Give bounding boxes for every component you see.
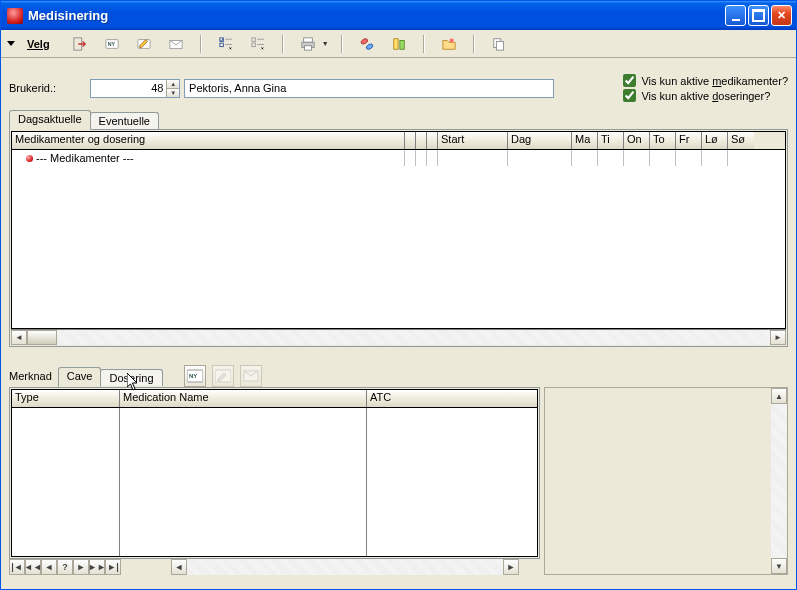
- scroll-left-icon[interactable]: ◄: [11, 330, 27, 345]
- vscroll-up-icon[interactable]: ▲: [771, 388, 787, 404]
- nav-nextpage-icon[interactable]: ►►: [89, 559, 105, 575]
- bottom-mail-button: [240, 365, 262, 387]
- bottom-area: Type Medication Name ATC: [9, 387, 788, 575]
- maximize-button[interactable]: [748, 5, 769, 26]
- col-on[interactable]: On: [624, 132, 650, 149]
- grid-hscroll[interactable]: ◄ ►: [11, 329, 786, 345]
- toolbar-folder-icon[interactable]: [441, 36, 457, 52]
- minimize-button[interactable]: [725, 5, 746, 26]
- tab-eventuelle[interactable]: Eventuelle: [90, 112, 159, 129]
- menu-velg[interactable]: Velg: [27, 38, 50, 50]
- scroll-right-icon[interactable]: ►: [770, 330, 786, 345]
- col-medikamenter[interactable]: Medikamenter og dosering: [12, 132, 405, 149]
- svg-rect-15: [304, 45, 311, 49]
- tab-dagsaktuelle[interactable]: Dagsaktuelle: [9, 110, 91, 130]
- cave-grid-header: Type Medication Name ATC: [12, 390, 537, 408]
- grid-header: Medikamenter og dosering Start Dag Ma Ti…: [12, 132, 785, 150]
- toolbar-separator: [473, 35, 475, 53]
- toolbar-new-icon[interactable]: NY: [104, 36, 120, 52]
- toolbar-pills2-icon[interactable]: [391, 36, 407, 52]
- brukerid-input[interactable]: ▲ ▼: [90, 79, 180, 98]
- filter-aktive-medikamenter[interactable]: Vis kun aktive medikamenter?: [623, 74, 788, 87]
- toolbar-exit-icon[interactable]: [72, 36, 88, 52]
- col-ti[interactable]: Ti: [598, 132, 624, 149]
- medication-grid: Medikamenter og dosering Start Dag Ma Ti…: [11, 131, 786, 329]
- col-blank2[interactable]: [416, 132, 427, 149]
- tabs-top: Dagsaktuelle Eventuelle: [9, 110, 788, 129]
- user-row: Brukerid.: ▲ ▼ Pektoris, Anna Gina Vis k…: [9, 74, 788, 102]
- col-so[interactable]: Sø: [728, 132, 754, 149]
- nav-prevpage-icon[interactable]: ◄◄: [25, 559, 41, 575]
- cave-grid: Type Medication Name ATC: [11, 389, 538, 557]
- aktive-med-checkbox[interactable]: [623, 74, 636, 87]
- brukerid-field[interactable]: [91, 80, 166, 97]
- svg-rect-19: [399, 40, 403, 49]
- titlebar: Medisinering: [1, 1, 796, 30]
- toolbar-pills-icon[interactable]: [359, 36, 375, 52]
- filter-aktive-doseringer[interactable]: Vis kun aktive doseringer?: [623, 89, 788, 102]
- toolbar-separator: [341, 35, 343, 53]
- tabs-bottom-row: Merknad Cave Dosering NY: [9, 365, 788, 387]
- vscroll-down-icon[interactable]: ▼: [771, 558, 787, 574]
- bottom-new-button[interactable]: NY: [184, 365, 206, 387]
- svg-rect-9: [252, 37, 256, 41]
- toolbar-dropdown-icon[interactable]: [7, 41, 15, 46]
- aktive-dos-checkbox[interactable]: [623, 89, 636, 102]
- toolbar-checklist1-icon[interactable]: [218, 36, 234, 52]
- col-to[interactable]: To: [650, 132, 676, 149]
- nav-scroll-track[interactable]: [187, 559, 503, 575]
- spin-up-icon[interactable]: ▲: [166, 80, 179, 89]
- toolbar-print-dropdown-icon[interactable]: ▼: [322, 40, 329, 47]
- col-medname[interactable]: Medication Name: [120, 390, 367, 407]
- nav-scroll-right-icon[interactable]: ►: [503, 559, 519, 575]
- merknad-label[interactable]: Merknad: [9, 370, 52, 382]
- row-medikamenter[interactable]: --- Medikamenter ---: [12, 150, 405, 166]
- table-row[interactable]: --- Medikamenter ---: [12, 150, 785, 166]
- toolbar-edit-icon[interactable]: [136, 36, 152, 52]
- svg-rect-11: [257, 38, 264, 39]
- col-ma[interactable]: Ma: [572, 132, 598, 149]
- toolbar-copy-icon[interactable]: [491, 36, 507, 52]
- nav-first-icon[interactable]: |◄: [9, 559, 25, 575]
- notes-vscroll[interactable]: ▲ ▼: [771, 388, 787, 574]
- aktive-med-label: Vis kun aktive medikamenter?: [641, 75, 788, 87]
- svg-rect-8: [225, 44, 232, 45]
- nav-prev-icon[interactable]: ◄: [41, 559, 57, 575]
- grid-body[interactable]: --- Medikamenter ---: [12, 150, 785, 328]
- svg-rect-10: [252, 43, 256, 47]
- panel-bottom: Type Medication Name ATC: [9, 387, 540, 559]
- cave-grid-body[interactable]: [12, 408, 537, 556]
- col-fr[interactable]: Fr: [676, 132, 702, 149]
- nav-scroll-left-icon[interactable]: ◄: [171, 559, 187, 575]
- svg-rect-12: [257, 44, 264, 45]
- tab-dosering[interactable]: Dosering: [100, 369, 162, 386]
- col-blank3[interactable]: [427, 132, 438, 149]
- notes-pane[interactable]: ▲ ▼: [544, 387, 788, 575]
- col-blank1[interactable]: [405, 132, 416, 149]
- toolbar-print-icon[interactable]: [300, 36, 316, 52]
- spin-down-icon[interactable]: ▼: [166, 89, 179, 97]
- nav-next-icon[interactable]: ►: [73, 559, 89, 575]
- col-atc[interactable]: ATC: [367, 390, 537, 407]
- col-dag[interactable]: Dag: [508, 132, 572, 149]
- col-lo[interactable]: Lø: [702, 132, 728, 149]
- toolbar-checklist2-icon[interactable]: [250, 36, 266, 52]
- toolbar: Velg NY ▼: [1, 30, 796, 58]
- scroll-track[interactable]: [57, 330, 770, 345]
- col-type[interactable]: Type: [12, 390, 120, 407]
- svg-rect-6: [220, 43, 224, 47]
- nav-question-icon[interactable]: ?: [57, 559, 73, 575]
- tab-cave[interactable]: Cave: [58, 367, 102, 387]
- user-name-field[interactable]: Pektoris, Anna Gina: [184, 79, 554, 98]
- aktive-dos-label: Vis kun aktive doseringer?: [641, 90, 770, 102]
- svg-rect-13: [303, 37, 312, 41]
- toolbar-mail-icon[interactable]: [168, 36, 184, 52]
- brukerid-label: Brukerid.:: [9, 82, 56, 94]
- app-window: Medisinering Velg NY: [0, 0, 797, 590]
- svg-text:NY: NY: [189, 373, 197, 379]
- scroll-thumb[interactable]: [27, 330, 57, 345]
- nav-last-icon[interactable]: ►|: [105, 559, 121, 575]
- content-area: Brukerid.: ▲ ▼ Pektoris, Anna Gina Vis k…: [1, 58, 796, 589]
- col-start[interactable]: Start: [438, 132, 508, 149]
- close-button[interactable]: [771, 5, 792, 26]
